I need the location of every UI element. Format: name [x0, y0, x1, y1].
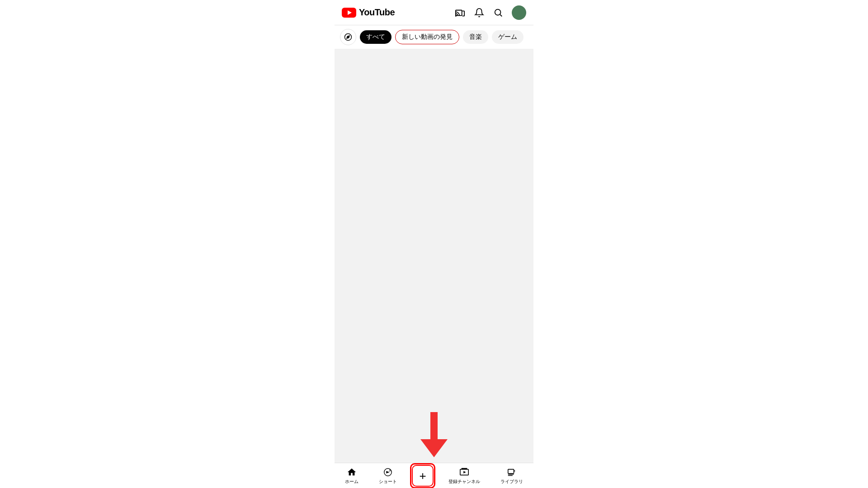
filter-bar: すべて 新しい動画の発見 音楽 ゲーム	[335, 25, 533, 49]
svg-rect-14	[508, 469, 514, 473]
nav-item-library[interactable]: ライブラリ	[495, 465, 528, 487]
logo-area: YouTube	[342, 7, 395, 18]
nav-label-library: ライブラリ	[500, 479, 523, 485]
compass-button[interactable]	[340, 29, 356, 45]
chip-discover[interactable]: 新しい動画の発見	[395, 30, 459, 44]
nav-item-home[interactable]: ホーム	[340, 465, 364, 487]
plus-icon: +	[419, 470, 426, 482]
create-button[interactable]: +	[412, 465, 434, 487]
library-icon	[506, 467, 517, 478]
svg-marker-7	[347, 36, 349, 38]
youtube-logo-icon	[342, 8, 356, 18]
youtube-title: YouTube	[359, 7, 395, 18]
app-container: YouTube	[335, 0, 533, 488]
nav-label-subscriptions: 登録チャンネル	[448, 479, 480, 485]
shorts-icon	[382, 467, 393, 478]
avatar[interactable]	[512, 5, 526, 20]
nav-item-shorts[interactable]: ショート	[373, 465, 402, 487]
nav-item-subscriptions[interactable]: 登録チャンネル	[443, 465, 486, 487]
chip-all[interactable]: すべて	[360, 30, 392, 44]
nav-label-home: ホーム	[345, 479, 359, 485]
header: YouTube	[335, 0, 533, 25]
svg-marker-15	[514, 470, 516, 472]
svg-line-5	[500, 14, 502, 16]
subscriptions-icon	[459, 467, 470, 478]
bottom-nav: ホーム ショート +	[335, 463, 533, 488]
header-icons	[455, 5, 526, 20]
svg-point-3	[455, 15, 456, 16]
chip-gaming[interactable]: ゲーム	[492, 30, 524, 44]
nav-item-create[interactable]: +	[412, 465, 434, 487]
cast-icon[interactable]	[455, 7, 466, 18]
svg-point-4	[495, 9, 501, 15]
svg-marker-13	[463, 471, 466, 474]
svg-rect-12	[462, 468, 467, 469]
home-icon	[346, 467, 357, 478]
main-content	[335, 49, 533, 463]
chip-music[interactable]: 音楽	[463, 30, 488, 44]
nav-label-shorts: ショート	[379, 479, 397, 485]
search-icon[interactable]	[493, 7, 504, 18]
bell-icon[interactable]	[474, 7, 485, 18]
